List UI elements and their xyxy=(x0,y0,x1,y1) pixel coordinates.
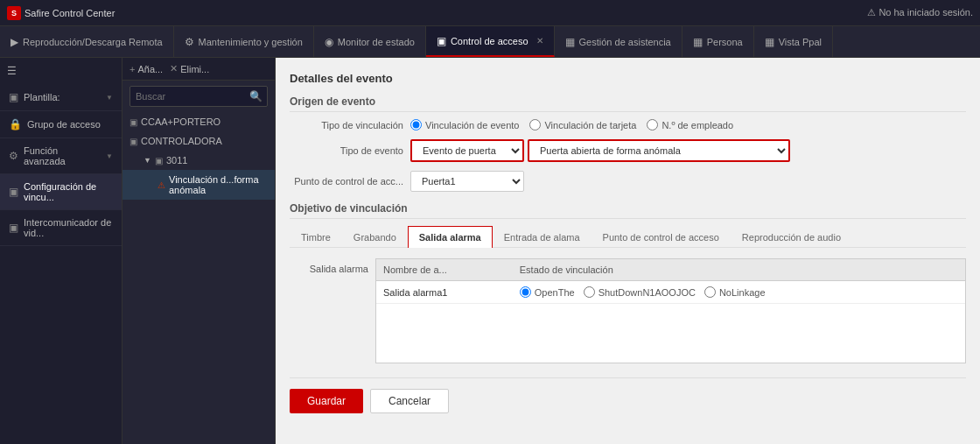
save-button[interactable]: Guardar xyxy=(290,389,363,413)
sidebar-item-intercomunicador[interactable]: ▣ Intercomunicador de vid... xyxy=(0,210,122,246)
tab-vista[interactable]: ▦ Vista Ppal xyxy=(754,26,833,57)
radio-vinculacion-tarjeta[interactable]: Vinculación de tarjeta xyxy=(529,119,636,130)
tree-node-ccaa[interactable]: ▣ CCAA+PORTERO xyxy=(122,112,275,131)
control-icon: ▣ xyxy=(437,35,446,47)
tree-node-vinculacion[interactable]: ⚠ Vinculación d...forma anómala xyxy=(122,170,275,200)
punto-control-row: Punto de control de acc... Puerta1 xyxy=(290,171,966,192)
tab-monitor[interactable]: ◉ Monitor de estado xyxy=(314,26,426,57)
delete-icon: ✕ xyxy=(170,63,178,74)
plantilla-icon: ▣ xyxy=(9,91,18,103)
app-title: Safire Control Center xyxy=(24,8,115,18)
detail-title: Detalles del evento xyxy=(290,72,966,85)
tipo-evento-selects: Evento de puerta Puerta abierta de forma… xyxy=(410,139,790,162)
tipo-evento-sub-select[interactable]: Puerta abierta de forma anómala xyxy=(528,139,790,162)
topbar: S Safire Control Center ⚠ No ha iniciado… xyxy=(0,0,980,26)
sidebar-item-plantilla[interactable]: ▣ Plantilla: ▼ xyxy=(0,84,122,111)
objetivo-tabs: Timbre Grabando Salida alarma Entrada de… xyxy=(290,226,966,248)
delete-button[interactable]: ✕ Elimi... xyxy=(170,63,209,74)
salida-alarma1-nombre: Salida alarma1 xyxy=(376,281,513,304)
tipo-vinculacion-row: Tipo de vinculación Vinculación de event… xyxy=(290,119,966,130)
obj-tab-punto-control[interactable]: Punto de control de acceso xyxy=(592,226,731,248)
estado-radio-group: OpenThe ShutDownN1AOOJOC N xyxy=(520,286,958,298)
vinculacion-icon: ⚠ xyxy=(158,180,165,190)
reproduccion-icon: ▶ xyxy=(10,36,18,48)
app-logo: S Safire Control Center xyxy=(7,6,130,20)
logo-icon: S xyxy=(7,6,21,20)
funcion-icon: ⚙ xyxy=(9,150,18,162)
node3011-icon: ▣ xyxy=(155,156,163,166)
sidebar-item-configuracion[interactable]: ▣ Configuración de vincu... xyxy=(0,174,122,210)
tree-node-controladora[interactable]: ▣ CONTROLADORA xyxy=(122,131,275,151)
tab-persona[interactable]: ▦ Persona xyxy=(682,26,754,57)
tab-control[interactable]: ▣ Control de acceso ✕ xyxy=(426,26,555,57)
punto-control-select[interactable]: Puerta1 xyxy=(410,171,524,192)
salida-alarma-section: Salida alarma Nombre de a... Estado de v… xyxy=(290,258,966,363)
sidebar-item-grupo[interactable]: 🔒 Grupo de acceso xyxy=(0,111,122,138)
table-row: Salida alarma1 OpenThe xyxy=(376,281,965,304)
radio-nolinkage[interactable]: NoLinkage xyxy=(704,286,766,298)
tabbar: ▶ Reproducción/Descarga Remota ⚙ Manteni… xyxy=(0,26,980,58)
search-input[interactable] xyxy=(130,88,246,105)
vista-icon: ▦ xyxy=(765,36,774,48)
salida-alarma-table: Nombre de a... Estado de vinculación Sal… xyxy=(376,259,965,304)
search-box: 🔍 xyxy=(130,86,268,107)
controladora-icon: ▣ xyxy=(130,137,137,146)
radio-openthe[interactable]: OpenThe xyxy=(520,286,575,298)
gestion-icon: ▦ xyxy=(565,36,575,48)
radio-numero-empleado[interactable]: N.º de empleado xyxy=(647,119,733,130)
funcion-arrow-icon: ▼ xyxy=(106,152,113,160)
ccaa-icon: ▣ xyxy=(130,117,137,127)
tree-node-3011[interactable]: ▼ ▣ 3011 xyxy=(122,151,275,170)
obj-tab-salida-alarma[interactable]: Salida alarma xyxy=(408,226,493,248)
monitor-icon: ◉ xyxy=(325,36,333,48)
tab-mantenimiento[interactable]: ⚙ Mantenimiento y gestión xyxy=(174,26,314,57)
persona-icon: ▦ xyxy=(693,36,703,48)
tab-gestion[interactable]: ▦ Gestión de asistencia xyxy=(555,26,682,57)
tab-reproduccion[interactable]: ▶ Reproducción/Descarga Remota xyxy=(0,26,174,57)
obj-tab-reproduccion-audio[interactable]: Reproducción de audio xyxy=(731,226,852,248)
content-area: + Aña... ✕ Elimi... 🔍 ▣ CCAA+PORTERO ▣ C… xyxy=(122,58,980,444)
origen-section-title: Origen de evento xyxy=(290,95,966,112)
radio-shutdown[interactable]: ShutDownN1AOOJOC xyxy=(584,286,696,298)
sidebar: ☰ ▣ Plantilla: ▼ 🔒 Grupo de acceso ⚙ Fun… xyxy=(0,58,122,444)
footer-buttons: Guardar Cancelar xyxy=(290,377,966,413)
col-nombre: Nombre de a... xyxy=(376,259,513,281)
detail-panel: Detalles del evento Origen de evento Tip… xyxy=(276,58,980,444)
salida-alarma-table-container: Nombre de a... Estado de vinculación Sal… xyxy=(375,258,966,363)
tree-panel: + Aña... ✕ Elimi... 🔍 ▣ CCAA+PORTERO ▣ C… xyxy=(122,58,276,444)
tipo-vinculacion-label: Tipo de vinculación xyxy=(290,120,403,130)
grupo-icon: 🔒 xyxy=(9,118,22,130)
configuracion-icon: ▣ xyxy=(9,186,18,198)
main-layout: ☰ ▣ Plantilla: ▼ 🔒 Grupo de acceso ⚙ Fun… xyxy=(0,58,980,444)
salida-alarma-label: Salida alarma xyxy=(290,258,368,274)
search-icon: 🔍 xyxy=(246,87,266,106)
menu-icon[interactable]: ☰ xyxy=(0,58,122,84)
tab-close-icon[interactable]: ✕ xyxy=(536,36,543,46)
radio-vinculacion-evento[interactable]: Vinculación de evento xyxy=(410,119,519,130)
objetivo-section-title: Objetivo de vinculación xyxy=(290,202,966,219)
add-button[interactable]: + Aña... xyxy=(130,64,163,74)
tree-toolbar: + Aña... ✕ Elimi... xyxy=(122,58,275,81)
col-estado: Estado de vinculación xyxy=(513,259,965,281)
obj-tab-entrada-alama[interactable]: Entrada de alama xyxy=(493,226,592,248)
session-status: ⚠ No ha iniciado sesión. xyxy=(867,7,973,18)
cancel-button[interactable]: Cancelar xyxy=(370,389,449,413)
tipo-vinculacion-radios: Vinculación de evento Vinculación de tar… xyxy=(410,119,733,130)
add-icon: + xyxy=(130,64,135,74)
salida-alarma1-estado: OpenThe ShutDownN1AOOJOC N xyxy=(513,281,965,304)
intercomunicador-icon: ▣ xyxy=(9,222,18,234)
punto-control-label: Punto de control de acc... xyxy=(290,176,403,187)
expand-icon: ▼ xyxy=(144,156,151,165)
tipo-evento-select[interactable]: Evento de puerta xyxy=(410,139,524,162)
obj-tab-timbre[interactable]: Timbre xyxy=(290,226,342,248)
mantenimiento-icon: ⚙ xyxy=(185,36,194,48)
tipo-evento-row: Tipo de evento Evento de puerta Puerta a… xyxy=(290,139,966,162)
plantilla-arrow-icon: ▼ xyxy=(106,94,113,102)
tipo-evento-label: Tipo de evento xyxy=(290,145,403,156)
obj-tab-grabando[interactable]: Grabando xyxy=(342,226,408,248)
sidebar-item-funcion[interactable]: ⚙ Función avanzada ▼ xyxy=(0,138,122,174)
punto-control-select-wrap: Puerta1 xyxy=(410,171,524,192)
